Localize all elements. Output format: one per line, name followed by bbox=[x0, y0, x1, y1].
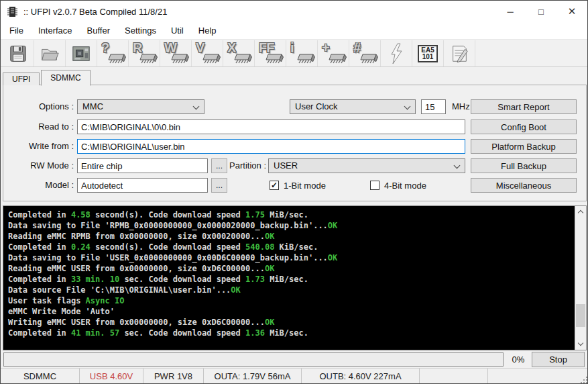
console-line: Reading eMMC RPMB from 0x00000000, size … bbox=[8, 231, 570, 242]
title-bar: :: UFPI v2.0.7 Beta Compiled 11/8/21 ─ □… bbox=[1, 1, 587, 22]
menu-file[interactable]: File bbox=[2, 23, 31, 38]
mhz-label: MHz bbox=[452, 99, 470, 114]
config-boot-button[interactable]: Config Boot bbox=[471, 119, 577, 134]
identify-chip-icon bbox=[108, 53, 126, 65]
resize-grip-icon[interactable] bbox=[583, 379, 585, 381]
platform-backup-button[interactable]: Platform Backup bbox=[471, 139, 577, 154]
console-line: Data source File 'C:\MIB\ORIGINAL\user.b… bbox=[8, 285, 570, 295]
ea5101-badge-icon: EA5101 bbox=[418, 45, 437, 62]
console-line: Data saving to File 'USER_0x0000000000_0… bbox=[8, 252, 570, 263]
read-to-label: Read to : bbox=[3, 119, 74, 134]
toolbar-save-button[interactable] bbox=[3, 40, 34, 66]
checksum-chip-icon bbox=[360, 53, 378, 65]
status-spacer bbox=[420, 369, 488, 383]
rw-mode-label: RW Mode : bbox=[3, 158, 74, 173]
partition-label: Partition : bbox=[196, 158, 266, 173]
menu-settings[interactable]: Settings bbox=[117, 23, 164, 38]
scroll-up-icon[interactable] bbox=[575, 206, 586, 218]
close-icon[interactable]: ✕ bbox=[556, 1, 587, 22]
checksum-chip-letter: # bbox=[353, 40, 360, 56]
miscellaneous-button[interactable]: Miscellaneous bbox=[471, 178, 577, 193]
console-line: Completed in 4.58 second(s). Code downlo… bbox=[8, 209, 570, 220]
blankcheck-chip-icon bbox=[266, 53, 284, 65]
read-to-input[interactable] bbox=[77, 119, 465, 134]
log-edit-icon bbox=[449, 44, 469, 64]
erase-chip-icon bbox=[234, 53, 252, 65]
minimize-icon[interactable]: ─ bbox=[495, 1, 526, 22]
checkbox-icon: ✓ bbox=[270, 181, 279, 190]
console-line: Data saving to File 'RPMB_0x0000000000_0… bbox=[8, 220, 570, 231]
menu-buffer[interactable]: Buffer bbox=[80, 23, 117, 38]
toolbar-erase-chip-button[interactable]: X bbox=[223, 40, 255, 66]
tab-ufpi[interactable]: UFPI bbox=[3, 73, 40, 85]
status-outb-4-60v-227ma: OUTB: 4.60V 227mA bbox=[302, 369, 420, 383]
maximize-icon[interactable]: □ bbox=[526, 1, 556, 22]
console-line: eMMC Write Mode 'Auto' bbox=[8, 306, 570, 317]
app-window: :: UFPI v2.0.7 Beta Compiled 11/8/21 ─ □… bbox=[0, 0, 588, 384]
model-browse-button[interactable]: ... bbox=[211, 178, 227, 193]
status-usb-4-60v: USB 4.60V bbox=[80, 369, 143, 383]
checkbox-icon: ✓ bbox=[370, 181, 379, 190]
console-scrollbar[interactable] bbox=[575, 206, 586, 350]
console-lines: Completed in 4.58 second(s). Code downlo… bbox=[8, 209, 570, 338]
stop-button[interactable]: Stop bbox=[532, 352, 585, 367]
options-combobox[interactable]: MMC bbox=[77, 99, 204, 114]
scroll-down-icon[interactable] bbox=[575, 338, 586, 350]
clock-combobox[interactable]: User Clock bbox=[290, 99, 416, 114]
toolbar-blankcheck-chip-button[interactable]: FF bbox=[255, 40, 286, 66]
toolbar-identify-chip-button[interactable]: ? bbox=[97, 40, 129, 66]
console-line: Completed in 33 min. 10 sec. Code downlo… bbox=[8, 274, 570, 285]
partition-combobox[interactable]: USER bbox=[268, 158, 465, 173]
full-backup-button[interactable]: Full Backup bbox=[471, 158, 577, 173]
info-chip-icon bbox=[297, 53, 315, 65]
toolbar-read-chip-button[interactable]: R bbox=[129, 40, 160, 66]
menu-interface[interactable]: Interface bbox=[31, 23, 80, 38]
sdmmc-panel: Options : MMC User Clock MHz Read to : W… bbox=[3, 85, 587, 201]
tab-sdmmc[interactable]: SDMMC bbox=[41, 70, 90, 86]
smart-report-button[interactable]: Smart Report bbox=[471, 99, 577, 114]
write-from-label: Write from : bbox=[3, 139, 74, 154]
menu-help[interactable]: Help bbox=[191, 23, 224, 38]
save-icon bbox=[8, 44, 28, 64]
console-line: User task flags Async IO bbox=[8, 295, 570, 306]
toolbar-log-edit-button[interactable] bbox=[444, 40, 475, 66]
toolbar-board-button[interactable] bbox=[66, 40, 97, 66]
status-outa-1-79v-56ma: OUTA: 1.79V 56mA bbox=[204, 369, 302, 383]
model-input[interactable] bbox=[77, 178, 208, 193]
check-tick-icon: ✓ bbox=[271, 181, 278, 189]
console-line: Reading eMMC USER from 0x00000000, size … bbox=[8, 263, 570, 274]
rw-mode-input[interactable] bbox=[77, 158, 208, 173]
model-label: Model : bbox=[3, 178, 74, 193]
toolbar-power-button[interactable] bbox=[381, 40, 412, 66]
scrollbar-thumb[interactable] bbox=[576, 304, 585, 327]
toolbar-info-chip-button[interactable]: i bbox=[286, 40, 318, 66]
frequency-input[interactable] bbox=[421, 99, 446, 114]
clock-value: User Clock bbox=[295, 101, 338, 111]
checkbox-4bit-mode[interactable]: ✓ 4-Bit mode bbox=[370, 178, 426, 193]
window-title: :: UFPI v2.0.7 Beta Compiled 11/8/21 bbox=[23, 7, 167, 17]
console-line: Completed in 41 min. 57 sec. Code downlo… bbox=[8, 328, 570, 338]
window-controls: ─ □ ✕ bbox=[495, 1, 587, 22]
chevron-down-icon bbox=[454, 162, 461, 169]
menu-util[interactable]: Util bbox=[164, 23, 191, 38]
chevron-down-icon bbox=[193, 103, 200, 110]
options-value: MMC bbox=[82, 101, 103, 111]
status-pwr-1v8: PWR 1V8 bbox=[143, 369, 204, 383]
console-line: Writing eMMC USER from 0x00000000, size … bbox=[8, 317, 570, 328]
toolbar-ea5101-badge-button[interactable]: EA5101 bbox=[412, 40, 444, 66]
checkbox-1bit-mode[interactable]: ✓ 1-Bit mode bbox=[270, 178, 326, 193]
toolbar-verify-chip-button[interactable]: V bbox=[192, 40, 223, 66]
options-label: Options : bbox=[3, 99, 74, 114]
partition-value: USER bbox=[274, 160, 298, 171]
write-from-input[interactable] bbox=[77, 139, 465, 154]
checkbox-4bit-label: 4-Bit mode bbox=[384, 181, 426, 191]
status-bar: SDMMCUSB 4.60VPWR 1V8OUTA: 1.79V 56mAOUT… bbox=[1, 368, 587, 383]
toolbar-write-chip-button[interactable]: W bbox=[160, 40, 192, 66]
toolbar-checksum-chip-button[interactable]: # bbox=[349, 40, 381, 66]
checkbox-1bit-label: 1-Bit mode bbox=[284, 181, 326, 191]
read-chip-icon bbox=[139, 53, 158, 65]
toolbar-add-chip-button[interactable]: + bbox=[318, 40, 349, 66]
toolbar-open-button[interactable] bbox=[34, 40, 66, 66]
console-line: Completed in 0.24 second(s). Code downlo… bbox=[8, 242, 570, 252]
write-chip-icon bbox=[171, 53, 189, 65]
